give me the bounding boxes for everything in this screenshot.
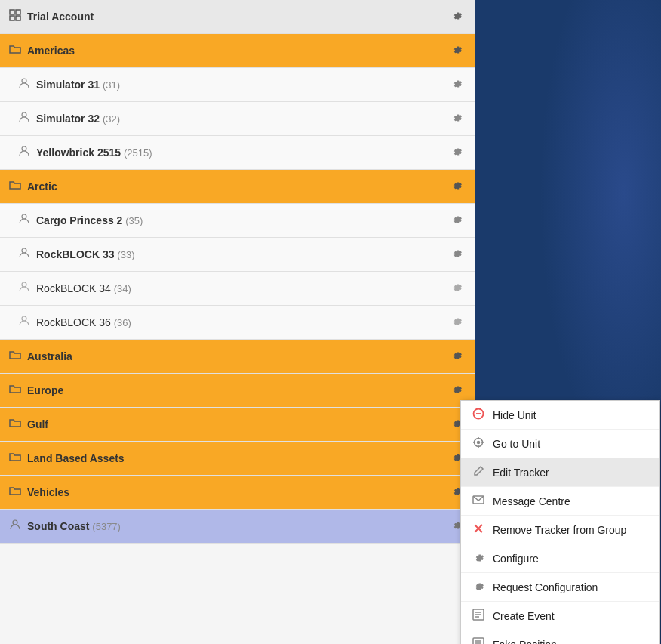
sidebar-item-trial-account[interactable]: Trial Account <box>0 0 475 34</box>
person-icon-rockblock33 <box>18 247 30 262</box>
simulator31-gear[interactable] <box>447 75 466 94</box>
x-mark-icon <box>472 522 485 537</box>
envelope-icon <box>472 494 485 508</box>
rockblock33-label: RockBLOCK 33 (33) <box>36 248 447 260</box>
trial-account-gear[interactable] <box>447 8 466 26</box>
gear-configure-icon <box>472 551 485 565</box>
sidebar-item-rockblock36[interactable]: RockBLOCK 36 (36) <box>0 306 475 340</box>
rockblock36-gear[interactable] <box>447 313 466 331</box>
simulator32-gear[interactable] <box>447 109 466 128</box>
ctx-hide-unit-label: Hide Unit <box>493 409 536 421</box>
sidebar: Trial Account Americas Simulato <box>0 0 475 644</box>
americas-label: Americas <box>27 45 447 57</box>
yellowbrick2515-gear[interactable] <box>447 143 466 162</box>
rockblock36-label: RockBLOCK 36 (36) <box>36 316 447 328</box>
svg-rect-2 <box>10 16 14 20</box>
sidebar-item-yellowbrick2515[interactable]: Yellowbrick 2515 (2515) <box>0 136 475 170</box>
edit-icon <box>472 465 485 479</box>
person-icon-simulator31 <box>18 77 30 92</box>
sidebar-item-landbasedassets[interactable]: Land Based Assets <box>0 442 475 476</box>
svg-point-5 <box>22 112 26 117</box>
target-icon <box>472 436 485 451</box>
folder-icon-americas <box>9 43 21 58</box>
svg-point-6 <box>22 146 26 151</box>
australia-label: Australia <box>27 350 447 362</box>
ctx-go-to-unit[interactable]: Go to Unit <box>461 430 659 458</box>
person-icon-southcoast <box>9 519 21 534</box>
cargoprincess2-label: Cargo Princess 2 (35) <box>36 214 447 226</box>
svg-point-10 <box>22 316 26 321</box>
ctx-hide-unit[interactable]: Hide Unit <box>461 401 659 430</box>
person-icon-simulator32 <box>18 111 30 126</box>
folder-icon-europe <box>9 383 21 398</box>
svg-point-7 <box>22 214 26 219</box>
arctic-label: Arctic <box>27 180 447 193</box>
ctx-create-event[interactable]: Create Event <box>461 602 659 630</box>
svg-point-4 <box>22 79 26 83</box>
europe-gear[interactable] <box>447 381 466 399</box>
ctx-message-centre-label: Message Centre <box>493 495 570 507</box>
svg-point-9 <box>22 282 26 287</box>
rockblock34-label: RockBLOCK 34 (34) <box>36 282 447 294</box>
folder-icon-vehicles <box>9 485 21 500</box>
sidebar-item-vehicles[interactable]: Vehicles <box>0 476 475 510</box>
europe-label: Europe <box>27 384 447 396</box>
ctx-configure-label: Configure <box>493 553 539 565</box>
sidebar-item-australia[interactable]: Australia <box>0 340 475 374</box>
sidebar-item-rockblock34[interactable]: RockBLOCK 34 (34) <box>0 272 475 306</box>
ctx-fake-position-label: Fake Position <box>493 639 557 645</box>
person-icon-rockblock34 <box>18 281 30 296</box>
sidebar-item-europe[interactable]: Europe <box>0 374 475 408</box>
ctx-request-configuration-label: Request Configuration <box>493 581 598 593</box>
folder-icon-gulf <box>9 417 21 432</box>
rockblock33-gear[interactable] <box>447 245 466 263</box>
sidebar-item-americas[interactable]: Americas <box>0 34 475 68</box>
sidebar-item-simulator31[interactable]: Simulator 31 (31) <box>0 68 475 102</box>
simulator31-label: Simulator 31 (31) <box>36 79 447 91</box>
svg-point-8 <box>22 248 26 253</box>
ctx-request-configuration[interactable]: Request Configuration <box>461 573 659 602</box>
folder-icon-australia <box>9 349 21 364</box>
ctx-create-event-label: Create Event <box>493 610 555 622</box>
grid-icon <box>9 9 21 24</box>
yellowbrick2515-label: Yellowbrick 2515 (2515) <box>36 146 447 159</box>
ctx-fake-position[interactable]: Fake Position <box>461 630 659 644</box>
person-icon-cargoprincess2 <box>18 213 30 228</box>
vehicles-label: Vehicles <box>27 486 447 498</box>
arctic-gear[interactable] <box>447 177 466 196</box>
americas-gear[interactable] <box>447 42 466 60</box>
trial-account-label: Trial Account <box>27 11 447 23</box>
folder-icon-landbasedassets <box>9 451 21 466</box>
person-icon-rockblock36 <box>18 315 30 330</box>
simulator32-label: Simulator 32 (32) <box>36 112 447 125</box>
sidebar-item-rockblock33[interactable]: RockBLOCK 33 (33) <box>0 238 475 272</box>
cargoprincess2-gear[interactable] <box>447 211 466 230</box>
ctx-edit-tracker[interactable]: Edit Tracker <box>461 458 659 487</box>
gulf-label: Gulf <box>27 418 447 430</box>
list-fake-icon <box>472 637 485 644</box>
australia-gear[interactable] <box>447 347 466 365</box>
ctx-go-to-unit-label: Go to Unit <box>493 438 540 450</box>
svg-rect-0 <box>10 10 14 14</box>
rockblock34-gear[interactable] <box>447 279 466 297</box>
southcoast-label: South Coast (5377) <box>27 520 447 532</box>
folder-icon-arctic <box>9 179 21 194</box>
ctx-message-centre[interactable]: Message Centre <box>461 487 659 516</box>
ctx-configure[interactable]: Configure <box>461 544 659 573</box>
sidebar-item-gulf[interactable]: Gulf <box>0 408 475 442</box>
list-create-icon <box>472 609 485 623</box>
context-menu: Hide Unit Go to Unit Edit Tracker <box>460 400 660 644</box>
ctx-remove-tracker-label: Remove Tracker from Group <box>493 524 626 536</box>
sidebar-item-cargoprincess2[interactable]: Cargo Princess 2 (35) <box>0 204 475 238</box>
sidebar-item-arctic[interactable]: Arctic <box>0 170 475 204</box>
person-icon-yellowbrick2515 <box>18 145 30 160</box>
svg-rect-3 <box>16 16 20 20</box>
sidebar-item-simulator32[interactable]: Simulator 32 (32) <box>0 102 475 136</box>
gear-request-icon <box>472 580 485 594</box>
ctx-edit-tracker-label: Edit Tracker <box>493 467 549 479</box>
sidebar-item-southcoast[interactable]: South Coast (5377) <box>0 510 475 544</box>
landbasedassets-label: Land Based Assets <box>27 452 447 464</box>
ctx-remove-tracker[interactable]: Remove Tracker from Group <box>461 516 659 544</box>
svg-rect-1 <box>16 10 20 14</box>
svg-point-15 <box>478 442 480 444</box>
